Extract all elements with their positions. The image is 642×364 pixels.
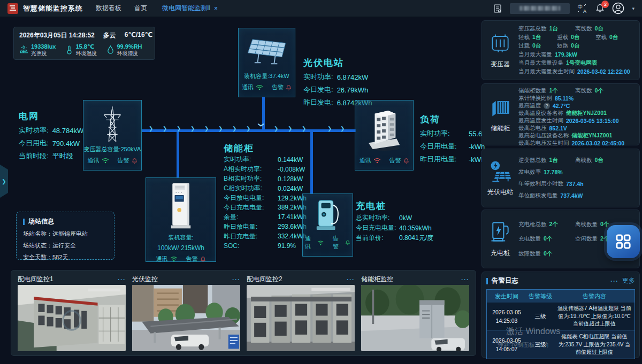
pv-node[interactable]: 装机容量:37.4kW 通讯 告警 [238, 28, 295, 97]
charging-pile-outline-icon [488, 220, 512, 244]
pv-station-icon [488, 159, 513, 183]
flow-arrow [177, 126, 181, 131]
notifications-button[interactable]: 2 [595, 4, 605, 13]
stat-value: 0台 [532, 42, 541, 50]
more-icon[interactable]: ⋯ [117, 277, 126, 282]
bus-line-charger [310, 132, 313, 193]
grid-title: 电网 [19, 110, 39, 122]
battery-cabinet-icon [166, 181, 196, 233]
temp-range: 6℃/16℃ [125, 31, 152, 40]
stat-label: 今日用电: [19, 138, 49, 148]
camera-feed[interactable] [18, 285, 126, 351]
stat-value: 852.1V [549, 125, 567, 131]
camera-feed[interactable] [361, 285, 469, 351]
alarm-more-link[interactable]: 更多 [622, 276, 635, 285]
comm-label: 通讯 [305, 235, 315, 251]
stat-value: 0台 [609, 34, 618, 41]
stat-row: 当前时段:平时段 [19, 150, 83, 162]
tab-close-icon[interactable]: × [214, 5, 218, 12]
illuminance-icon [19, 45, 28, 54]
stat-label: 实时功率: [420, 129, 465, 138]
stat-label: B相实时功率: [224, 174, 274, 183]
comm-label: 通讯 [242, 83, 254, 91]
load-alarm-status: 告警 [389, 157, 409, 165]
stat-value: 0台 [595, 25, 603, 33]
stat-line: 当月最大需量发生时间2026-03-02 12:22:00 [518, 68, 636, 75]
stat-label: 余量: [224, 213, 274, 222]
humidity-value: 99.9%RH [117, 43, 142, 50]
nav-home[interactable]: 首页 [134, 4, 147, 13]
flow-arrow [218, 126, 223, 131]
stat-row: 当前单价:0.8041元/度 [356, 233, 433, 243]
camera-title: 配电间监控2 [247, 275, 282, 284]
flow-arrow-down [258, 122, 265, 127]
stat-row: 总实时功率:0kW [356, 213, 433, 223]
panel-label: 变压器 [491, 60, 510, 69]
stat-row: 昨日充电量:332.4kWh [224, 231, 307, 241]
camera-feed[interactable] [247, 285, 355, 351]
stat-label: 昨日充电量: [224, 232, 274, 241]
user-search-input[interactable] [510, 3, 570, 14]
alarm-time: 2026-03-05 14:25:03 [487, 308, 526, 326]
stat-line: 发电效率17.78% [518, 168, 636, 176]
nav-data-board[interactable]: 数据看板 [96, 4, 121, 13]
more-icon[interactable]: ⋯ [461, 277, 469, 282]
tab-microgrid-monitor[interactable]: 微电网智能监测Ⅱ × [162, 4, 218, 13]
camera-feed[interactable] [132, 285, 240, 351]
grid-tower-node[interactable]: 变压器总容量:250kVA 通讯 告警 [83, 100, 142, 171]
apps-launcher-button[interactable] [607, 225, 640, 258]
sidebar-expander[interactable]: ❯ [0, 165, 8, 198]
more-icon[interactable]: ⋯ [232, 277, 240, 282]
more-icon[interactable]: ⋯ [610, 278, 618, 284]
stat-label: 离线数 [575, 157, 592, 164]
wifi-icon [317, 240, 324, 246]
stat-label: A相实时功率: [224, 165, 274, 174]
report-icon[interactable] [493, 4, 502, 13]
flow-arrow [246, 126, 250, 131]
wifi-icon [102, 158, 109, 164]
column-header: 告警等级 [526, 292, 554, 300]
stat-label: 空闲数量 [575, 235, 598, 243]
storage-node[interactable]: 装机容量: 100kW/ 215kWh 通讯 告警 [146, 177, 216, 262]
stat-label: 重载 [557, 34, 568, 41]
stat-label: 当月最大需量发生时间 [518, 68, 575, 75]
translate-icon[interactable]: 中 A [577, 4, 588, 13]
stat-row: 今日放电电量:129.2kWh [224, 193, 307, 203]
transmission-tower-icon [97, 105, 128, 143]
alarm-table-header: 发生时间 告警等级 告警内容 [487, 290, 635, 303]
transformer-icon [488, 32, 512, 55]
alarm-time: 2026-03-05 14:05:07 [487, 336, 526, 354]
station-safe-days: 安全天数：582天 [23, 253, 108, 261]
pv-capacity-caption: 装机容量:37.4kW [244, 72, 289, 80]
stat-value: 0个 [544, 250, 552, 258]
stat-label: 累计转换比例 [518, 95, 552, 102]
load-title: 负荷 [420, 113, 440, 126]
load-node[interactable]: 通讯 告警 [355, 100, 414, 171]
avatar[interactable] [612, 2, 624, 14]
stat-label: 实时功率: [19, 126, 49, 135]
stat-label: 总实时功率: [356, 213, 395, 222]
stat-label: SOC: [224, 242, 274, 250]
stat-label: 过载 [518, 42, 530, 50]
stat-row: A相实时功率:-0.008kW [224, 165, 307, 174]
stat-line: 最高总电压852.1V [518, 125, 636, 132]
flow-arrow [190, 126, 195, 131]
stat-value: 1个 [549, 87, 558, 95]
alarm-label: 告警 [272, 83, 284, 91]
top-bar: 智慧储能监控系统 数据看板 首页 微电网智能监测Ⅱ × 中 A [0, 0, 642, 17]
datetime: 2026年03月05日 14:28:52 [19, 31, 95, 40]
stat-value: 0台 [571, 42, 579, 50]
grid-stats: 实时功率:48.784kW 今日用电:790.4kW 当前时段:平时段 [19, 124, 83, 162]
stat-label: 储能柜数量 [518, 87, 547, 95]
alarm-row: 2026-03-05 14:25:03 三级 温度传感器7 A相温度超限 当前值… [487, 303, 635, 330]
stat-value: 0台 [595, 157, 603, 164]
question-icon[interactable]: ? [544, 103, 550, 109]
station-info-title: 场站信息 [28, 217, 54, 226]
stat-label: 最高总电压发生时间 [518, 140, 569, 147]
more-icon[interactable]: ⋯ [346, 277, 355, 282]
caret-down-icon[interactable]: ▾ [632, 6, 635, 11]
stat-value: 储能柜YNJZ001 [566, 110, 607, 117]
stat-value: 0.128kW [278, 175, 303, 183]
flow-arrow [204, 126, 209, 131]
charger-node[interactable]: 通讯 告警 [302, 193, 353, 257]
